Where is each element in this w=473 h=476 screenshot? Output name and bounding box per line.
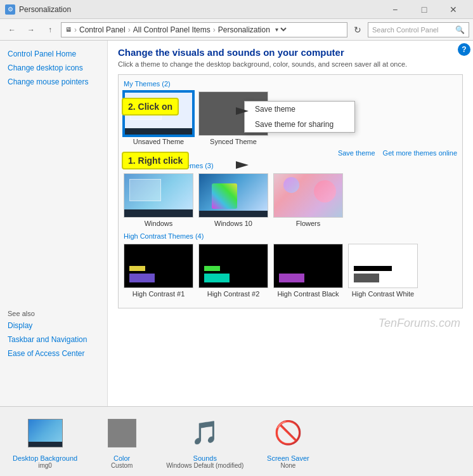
- path-dropdown[interactable]: ▾: [273, 25, 288, 34]
- search-icon[interactable]: 🔍: [455, 25, 465, 34]
- high-contrast-header: High Contrast Themes (4): [124, 232, 457, 240]
- theme-thumb-hcwhite: [348, 244, 418, 288]
- back-button[interactable]: ←: [4, 22, 20, 38]
- bottom-color-label: Color: [113, 454, 130, 462]
- windows-taskbar: [124, 209, 193, 217]
- svg-marker-0: [236, 107, 249, 115]
- theme-label-hc1: High Contrast #1: [133, 290, 185, 298]
- title-bar: ⚙ Personalization − □ ✕: [0, 0, 473, 19]
- theme-hc1[interactable]: High Contrast #1: [124, 244, 193, 298]
- windows-themes-row: Windows Windows 10 Flowers: [124, 173, 457, 227]
- title-bar-left: ⚙ Personalization: [5, 4, 71, 15]
- context-menu-save-theme[interactable]: Save theme: [245, 102, 354, 117]
- theme-hcblack[interactable]: High Contrast Black: [273, 244, 343, 298]
- annotation-step1: 1. Right click: [122, 152, 189, 169]
- sidebar: Control Panel Home Change desktop icons …: [0, 41, 108, 406]
- bottom-sounds-sublabel: Windows Default (modified): [166, 462, 243, 469]
- app-icon: ⚙: [5, 4, 15, 15]
- win10-logo: [212, 183, 237, 209]
- flowers-circle2: [283, 177, 299, 193]
- color-icon-container: [103, 414, 141, 452]
- up-button[interactable]: ↑: [42, 22, 58, 38]
- sidebar-change-mouse-pointers[interactable]: Change mouse pointers: [0, 75, 107, 89]
- taskbar-sim: [125, 128, 192, 135]
- sidebar-taskbar[interactable]: Taskbar and Navigation: [0, 333, 107, 347]
- theme-windows[interactable]: Windows: [124, 173, 193, 227]
- sidebar-display[interactable]: Display: [0, 319, 107, 333]
- theme-label-hcblack: High Contrast Black: [277, 290, 339, 298]
- search-box: Search Control Panel 🔍: [368, 22, 469, 37]
- forward-button[interactable]: →: [23, 22, 39, 38]
- theme-thumb-windows: [124, 173, 193, 218]
- windows-win-block: [129, 179, 161, 201]
- bottom-screen-saver-label: Screen Saver: [267, 454, 309, 462]
- theme-label-synced: Synced Theme: [210, 138, 257, 145]
- main-layout: Control Panel Home Change desktop icons …: [0, 41, 473, 406]
- theme-windows10[interactable]: Windows 10: [198, 173, 268, 227]
- my-themes-header: My Themes (2): [124, 80, 457, 88]
- see-also-label: See also: [0, 305, 107, 319]
- path-personalization[interactable]: Personalization: [218, 25, 270, 34]
- watermark: TenForums.com: [379, 317, 460, 330]
- bottom-desktop-background[interactable]: Desktop Background img0: [13, 414, 77, 469]
- theme-thumb-hc2: [198, 244, 268, 288]
- theme-label-hcwhite: High Contrast White: [352, 290, 414, 298]
- theme-thumb-hcblack: [273, 244, 343, 288]
- annotation-step2: 2. Click on: [122, 98, 179, 116]
- sidebar-control-panel-home[interactable]: Control Panel Home: [0, 47, 107, 61]
- theme-thumb-hc1: [124, 244, 193, 288]
- page-subtitle: Click a theme to change the desktop back…: [118, 60, 463, 68]
- bottom-sounds-label: Sounds: [193, 454, 217, 462]
- context-menu-save-for-sharing[interactable]: Save theme for sharing: [245, 117, 354, 132]
- theme-label-flowers: Flowers: [296, 220, 321, 227]
- maximize-button[interactable]: □: [410, 0, 439, 19]
- desktop-background-icon: [28, 419, 63, 447]
- theme-thumb-flowers: [273, 173, 343, 218]
- bottom-desktop-background-label: Desktop Background: [13, 454, 77, 462]
- path-all-items[interactable]: All Control Panel Items: [133, 25, 211, 34]
- color-icon: [108, 419, 136, 447]
- title-bar-controls: − □ ✕: [380, 0, 468, 19]
- sidebar-change-desktop-icons[interactable]: Change desktop icons: [0, 61, 107, 75]
- screen-saver-icon-container: 🚫: [269, 414, 307, 452]
- bottom-color[interactable]: Color Custom: [96, 414, 147, 469]
- theme-thumb-windows10: [198, 173, 268, 218]
- sidebar-ease-of-access[interactable]: Ease of Access Center: [0, 347, 107, 360]
- theme-label-windows: Windows: [145, 220, 173, 227]
- page-title: Change the visuals and sounds on your co…: [118, 47, 463, 58]
- window-title: Personalization: [19, 5, 71, 14]
- arrow-step1: [236, 161, 249, 171]
- bottom-desktop-background-sublabel: img0: [38, 462, 52, 469]
- win10-taskbar: [199, 211, 268, 217]
- bottom-color-sublabel: Custom: [111, 462, 133, 469]
- close-button[interactable]: ✕: [439, 0, 468, 19]
- desktop-background-icon-container: [26, 414, 64, 452]
- theme-label-unsaved: Unsaved Theme: [133, 138, 185, 145]
- content-area: Change the visuals and sounds on your co…: [108, 41, 473, 406]
- minimize-button[interactable]: −: [380, 0, 410, 19]
- arrow-step2: [236, 107, 249, 117]
- svg-marker-1: [236, 161, 249, 169]
- screen-saver-icon: 🚫: [274, 420, 302, 446]
- save-theme-link[interactable]: Save theme: [338, 149, 375, 157]
- help-button[interactable]: ?: [458, 43, 470, 56]
- address-path[interactable]: 🖥 › Control Panel › All Control Panel It…: [61, 22, 347, 37]
- bottom-bar: Desktop Background img0 Color Custom 🎵 S…: [0, 406, 473, 476]
- bottom-screen-saver[interactable]: 🚫 Screen Saver None: [262, 414, 313, 469]
- bottom-sounds[interactable]: 🎵 Sounds Windows Default (modified): [166, 414, 243, 469]
- search-placeholder: Search Control Panel: [372, 26, 439, 34]
- theme-hc2[interactable]: High Contrast #2: [198, 244, 268, 298]
- bottom-screen-saver-sublabel: None: [280, 462, 295, 469]
- theme-hcwhite[interactable]: High Contrast White: [348, 244, 418, 298]
- path-control-panel[interactable]: Control Panel: [79, 25, 126, 34]
- theme-flowers[interactable]: Flowers: [273, 173, 343, 227]
- high-contrast-themes-row: High Contrast #1 High Contrast #2 High C…: [124, 244, 457, 298]
- theme-label-windows10: Windows 10: [214, 220, 252, 227]
- context-menu: Save theme Save theme for sharing: [244, 101, 355, 133]
- flowers-circle1: [314, 180, 336, 202]
- sounds-icon: 🎵: [191, 420, 219, 446]
- refresh-button[interactable]: ↻: [350, 22, 365, 37]
- sounds-icon-container: 🎵: [186, 414, 224, 452]
- address-bar: ← → ↑ 🖥 › Control Panel › All Control Pa…: [0, 19, 473, 41]
- get-more-themes-link[interactable]: Get more themes online: [383, 149, 457, 157]
